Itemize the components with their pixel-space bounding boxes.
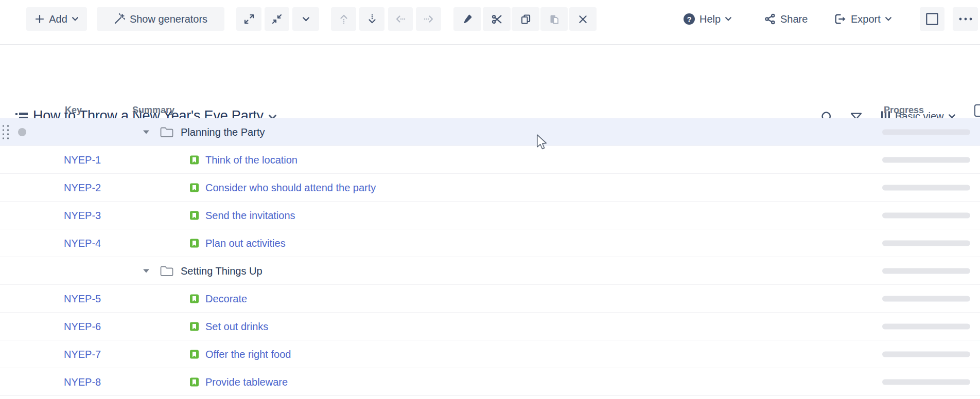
add-button-label: Add xyxy=(49,13,67,25)
row-key[interactable]: NYEP-6 xyxy=(64,320,101,332)
row-key[interactable]: NYEP-5 xyxy=(64,293,101,304)
progress-bar xyxy=(882,157,970,162)
show-generators-button[interactable]: Show generators xyxy=(97,7,224,31)
move-down-icon xyxy=(367,14,377,24)
story-icon xyxy=(190,155,199,164)
expand-all-button[interactable] xyxy=(236,7,261,31)
row-summary[interactable]: Provide tableware xyxy=(205,376,288,388)
row-summary[interactable]: Decorate xyxy=(205,293,247,304)
progress-bar xyxy=(882,212,970,218)
chevron-down-icon xyxy=(725,17,731,21)
delete-button[interactable] xyxy=(569,7,597,31)
table-row[interactable]: NYEP-5 Decorate xyxy=(0,285,980,313)
share-icon xyxy=(764,13,776,25)
move-right-button[interactable] xyxy=(416,7,441,31)
copy-button[interactable] xyxy=(512,7,539,31)
row-summary[interactable]: Set out drinks xyxy=(205,320,268,332)
progress-bar xyxy=(882,268,970,274)
row-key[interactable]: NYEP-4 xyxy=(64,237,101,249)
expand-options-button[interactable] xyxy=(292,7,319,31)
more-options-button[interactable] xyxy=(953,7,978,31)
help-label: Help xyxy=(699,13,721,25)
row-summary[interactable]: Think of the location xyxy=(205,154,297,166)
expander-chevron-icon[interactable] xyxy=(143,269,149,273)
column-header-key[interactable]: Key xyxy=(65,105,82,116)
story-icon xyxy=(190,377,199,386)
paste-button[interactable] xyxy=(540,7,568,31)
row-key[interactable]: NYEP-7 xyxy=(64,348,101,360)
collapse-all-button[interactable] xyxy=(265,7,289,31)
expander-chevron-icon[interactable] xyxy=(143,130,149,134)
fullscreen-button[interactable] xyxy=(920,7,944,31)
chevron-down-icon xyxy=(885,17,891,21)
cut-button[interactable] xyxy=(483,7,511,31)
table-row[interactable]: NYEP-1 Think of the location xyxy=(0,146,980,174)
story-icon xyxy=(190,239,199,247)
row-summary[interactable]: Consider who should attend the party xyxy=(205,182,376,193)
chevron-down-icon xyxy=(303,17,309,22)
row-key[interactable]: NYEP-1 xyxy=(64,154,101,166)
row-summary[interactable]: Setting Things Up xyxy=(181,265,262,277)
expand-all-icon xyxy=(244,14,254,24)
more-dots-icon xyxy=(958,17,973,21)
edit-pencil-icon xyxy=(462,14,472,24)
move-down-button[interactable] xyxy=(359,7,384,31)
row-key[interactable]: NYEP-3 xyxy=(64,209,101,221)
table-row[interactable]: NYEP-6 Set out drinks xyxy=(0,313,980,340)
row-summary[interactable]: Plan out activities xyxy=(205,237,286,249)
move-up-icon xyxy=(339,14,349,24)
add-button[interactable]: Add xyxy=(26,7,87,31)
chevron-down-icon xyxy=(72,17,78,21)
progress-bar xyxy=(882,351,970,357)
fullscreen-square-icon xyxy=(925,12,939,26)
progress-bar xyxy=(882,296,970,301)
export-button[interactable]: Export xyxy=(834,7,891,31)
add-column-button[interactable] xyxy=(974,104,980,117)
table-row[interactable]: Planning the Party xyxy=(0,118,980,146)
row-summary[interactable]: Planning the Party xyxy=(181,126,265,138)
table-row[interactable]: NYEP-2 Consider who should attend the pa… xyxy=(0,174,980,202)
progress-bar xyxy=(882,185,970,190)
delete-x-icon xyxy=(578,14,588,24)
main-toolbar: Add Show generators xyxy=(0,0,980,45)
move-up-button[interactable] xyxy=(331,7,356,31)
folder-icon xyxy=(160,126,173,137)
move-right-icon xyxy=(424,14,434,24)
move-left-button[interactable] xyxy=(388,7,413,31)
drag-handle-icon[interactable] xyxy=(3,125,9,139)
structure-header: How to Throw a New Year's Eve Party Basi… xyxy=(0,45,980,103)
progress-bar xyxy=(882,240,970,246)
table-body: Planning the Party NYEP-1 Think of the l… xyxy=(0,118,980,396)
scissors-icon xyxy=(492,14,502,25)
row-key[interactable]: NYEP-2 xyxy=(64,182,101,193)
row-status-dot-icon xyxy=(18,128,26,136)
table-header: Key Summary Progress xyxy=(0,103,980,118)
story-icon xyxy=(190,350,199,358)
help-button[interactable]: ? Help xyxy=(684,7,731,31)
show-generators-label: Show generators xyxy=(130,13,207,25)
table-row[interactable]: NYEP-8 Provide tableware xyxy=(0,368,980,396)
collapse-all-icon xyxy=(272,14,282,24)
story-icon xyxy=(190,294,199,303)
copy-icon xyxy=(520,14,531,25)
row-summary[interactable]: Offer the right food xyxy=(205,348,291,360)
share-button[interactable]: Share xyxy=(764,7,808,31)
edit-button[interactable] xyxy=(453,7,481,31)
magic-wand-icon xyxy=(114,13,125,25)
table-row[interactable]: NYEP-7 Offer the right food xyxy=(0,340,980,368)
column-header-progress[interactable]: Progress xyxy=(884,105,924,116)
table-row[interactable]: NYEP-4 Plan out activities xyxy=(0,229,980,257)
table-row[interactable]: Setting Things Up xyxy=(0,257,980,285)
story-icon xyxy=(190,211,199,220)
help-circle-icon: ? xyxy=(684,13,695,25)
progress-bar xyxy=(882,323,970,329)
plus-icon xyxy=(35,14,44,24)
row-summary[interactable]: Send the invitations xyxy=(205,209,295,221)
folder-icon xyxy=(160,265,173,276)
table-row[interactable]: NYEP-3 Send the invitations xyxy=(0,202,980,229)
column-header-summary[interactable]: Summary xyxy=(132,105,174,116)
structure-app: Add Show generators xyxy=(0,0,980,399)
progress-bar xyxy=(882,129,970,135)
story-icon xyxy=(190,322,199,331)
row-key[interactable]: NYEP-8 xyxy=(64,376,101,388)
